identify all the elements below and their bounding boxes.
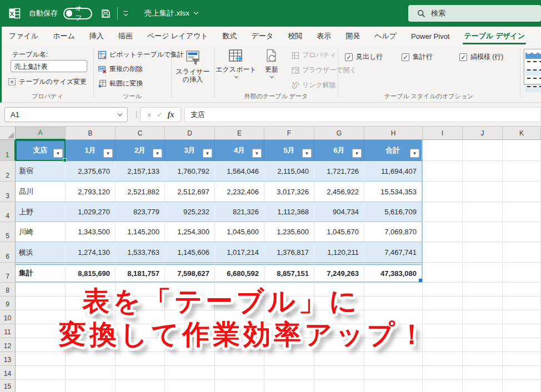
table-cell[interactable]: 2,456,922 (314, 182, 364, 202)
empty-cell[interactable] (16, 352, 66, 366)
empty-cell[interactable] (423, 283, 463, 296)
table-cell[interactable]: 1,254,300 (165, 222, 215, 242)
table-total-cell[interactable]: 7,249,263 (314, 263, 364, 283)
row-header-4[interactable]: 4 (0, 202, 16, 222)
tab-7[interactable]: データ (244, 27, 281, 46)
column-header-G[interactable]: G (314, 127, 364, 140)
tab-11[interactable]: ヘルプ (367, 27, 404, 46)
style-option-checkbox[interactable]: ✓集計行 (402, 49, 459, 64)
empty-cell[interactable] (463, 366, 503, 380)
table-cell[interactable]: 904,734 (314, 202, 364, 222)
table-total-cell[interactable]: 集計 (16, 263, 66, 283)
table-header-cell[interactable]: 合計▼ (364, 140, 423, 161)
row-header-11[interactable]: 11 (0, 324, 16, 338)
table-header-cell[interactable]: 4月▼ (215, 140, 264, 161)
empty-cell[interactable] (364, 352, 423, 366)
row-header-3[interactable]: 3 (0, 182, 16, 202)
tab-8[interactable]: 校閲 (280, 27, 309, 46)
tab-4[interactable]: 描画 (111, 27, 140, 46)
column-header-A[interactable]: A (16, 127, 66, 140)
table-cell[interactable]: 1,112,368 (264, 202, 314, 222)
table-cell[interactable]: 1,145,606 (165, 242, 215, 263)
empty-cell[interactable] (463, 161, 503, 182)
table-resize-handle[interactable] (419, 279, 422, 282)
filter-button[interactable]: ▼ (302, 149, 312, 158)
tab-3[interactable]: 挿入 (82, 27, 111, 46)
table-cell[interactable]: 2,793,120 (66, 182, 116, 202)
column-header-D[interactable]: D (165, 127, 215, 140)
table-cell[interactable]: 821,326 (215, 202, 264, 222)
row-header-13[interactable]: 13 (0, 352, 16, 366)
tab-10[interactable]: 開発 (338, 27, 367, 46)
empty-cell[interactable] (423, 161, 463, 182)
table-total-cell[interactable]: 8,181,757 (116, 263, 165, 283)
empty-cell[interactable] (503, 338, 541, 352)
empty-cell[interactable] (463, 222, 503, 242)
table-total-cell[interactable]: 6,680,592 (215, 263, 264, 283)
empty-cell[interactable] (423, 296, 463, 310)
empty-cell[interactable] (165, 380, 215, 392)
tab-5[interactable]: ページ レイアウト (140, 27, 216, 46)
table-header-cell[interactable]: 5月▼ (264, 140, 314, 161)
table-cell[interactable]: 7,467,741 (364, 242, 423, 263)
table-total-cell[interactable]: 8,815,690 (66, 263, 116, 283)
table-cell[interactable]: 1,564,046 (215, 161, 264, 182)
empty-cell[interactable] (423, 263, 463, 283)
tab-1[interactable]: ファイル (2, 27, 46, 46)
tab-2[interactable]: ホーム (46, 27, 82, 46)
empty-cell[interactable] (463, 202, 503, 222)
table-cell[interactable]: 2,512,697 (165, 182, 215, 202)
row-header-7[interactable]: 7 (0, 263, 16, 283)
style-option-checkbox[interactable]: ✓見出し行 (345, 49, 402, 64)
empty-cell[interactable] (423, 140, 463, 161)
convert-to-range-button[interactable]: 範囲に変換 (98, 79, 143, 88)
table-cell[interactable]: 5,616,709 (364, 202, 423, 222)
table-cell[interactable]: 1,017,214 (215, 242, 264, 263)
empty-cell[interactable] (66, 380, 116, 392)
table-header-cell[interactable]: 3月▼ (165, 140, 215, 161)
filter-button[interactable]: ▼ (352, 149, 362, 158)
table-cell[interactable]: 925,232 (165, 202, 215, 222)
empty-cell[interactable] (463, 140, 503, 161)
empty-cell[interactable] (16, 296, 66, 310)
tab-12[interactable]: Power Pivot (404, 27, 457, 46)
save-icon[interactable] (101, 9, 111, 18)
table-cell[interactable]: 7,069,870 (364, 222, 423, 242)
empty-cell[interactable] (423, 242, 463, 263)
row-header-12[interactable]: 12 (0, 338, 16, 352)
table-cell[interactable]: 2,115,040 (264, 161, 314, 182)
table-cell[interactable]: 1,760,792 (165, 161, 215, 182)
row-header-2[interactable]: 2 (0, 161, 16, 182)
empty-cell[interactable] (16, 310, 66, 324)
table-cell[interactable]: 1,274,130 (66, 242, 116, 263)
table-cell[interactable]: 1,045,600 (215, 222, 264, 242)
table-name-input[interactable]: 売上集計表 (11, 60, 87, 72)
summarize-with-pivottable-button[interactable]: ピボットテーブルで集計 (98, 50, 184, 59)
table-cell[interactable]: 1,235,600 (264, 222, 314, 242)
empty-cell[interactable] (215, 366, 264, 380)
table-cell[interactable]: 15,534,353 (364, 182, 423, 202)
empty-cell[interactable] (503, 140, 541, 161)
empty-cell[interactable] (463, 324, 503, 338)
table-cell[interactable]: 新宿 (16, 161, 66, 182)
empty-cell[interactable] (364, 366, 423, 380)
empty-cell[interactable] (463, 283, 503, 296)
row-header-9[interactable]: 9 (0, 296, 16, 310)
empty-cell[interactable] (463, 352, 503, 366)
empty-cell[interactable] (66, 366, 116, 380)
autosave-toggle[interactable]: オフ (63, 8, 92, 19)
table-header-cell[interactable]: 6月▼ (314, 140, 364, 161)
empty-cell[interactable] (16, 366, 66, 380)
empty-cell[interactable] (314, 380, 364, 392)
empty-cell[interactable] (314, 352, 364, 366)
empty-cell[interactable] (503, 182, 541, 202)
table-cell[interactable]: 1,376,817 (264, 242, 314, 263)
table-cell[interactable]: 1,533,763 (116, 242, 165, 263)
empty-cell[interactable] (503, 366, 541, 380)
column-header-I[interactable]: I (423, 127, 463, 140)
name-box[interactable]: A1 (4, 107, 128, 122)
empty-cell[interactable] (503, 352, 541, 366)
empty-cell[interactable] (165, 366, 215, 380)
empty-cell[interactable] (215, 352, 264, 366)
search-input[interactable]: 検索 (408, 5, 541, 22)
